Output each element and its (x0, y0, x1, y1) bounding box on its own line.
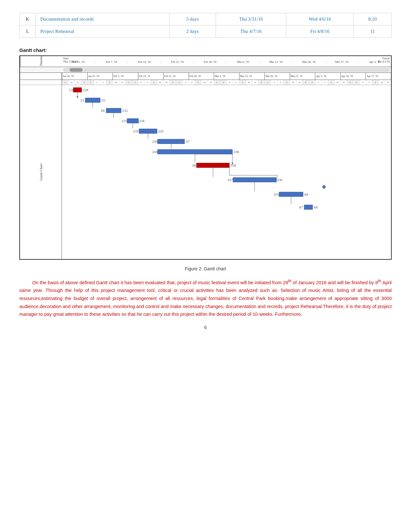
figure-caption: Figure 2: Gantt chart (19, 266, 392, 271)
svg-text:3/31: 3/31 (274, 193, 279, 196)
svg-text:3/30: 3/30 (277, 178, 282, 182)
svg-text:3/17: 3/17 (228, 178, 233, 182)
task-finish-l: Fri 4/8/16 (286, 25, 354, 38)
svg-rect-44 (304, 205, 313, 209)
day-cells: S M W F S T T S M W F S T T S M W F S T (62, 80, 391, 85)
svg-text:2/19: 2/19 (133, 130, 139, 133)
timeline-content: Start Thu 1/28/16 Jan 31, '16 Feb 7, '16… (62, 56, 391, 67)
task-name-k: Documentation and records (36, 13, 170, 25)
svg-text:4/7: 4/7 (299, 206, 303, 209)
page-number: 6 (19, 325, 392, 330)
svg-text:4/8: 4/8 (314, 206, 318, 209)
gantt-title: Gantt chart: (19, 47, 392, 53)
task-duration-l: 2 days (169, 25, 216, 38)
svg-text:2/18: 2/18 (139, 119, 144, 123)
timeline-finish: Finish Fri 4/1/16 (378, 57, 390, 63)
svg-text:2/8: 2/8 (101, 109, 105, 112)
table-row-k: K Documentation and records 5 days Thu 3… (20, 13, 392, 25)
scrollbar-row[interactable] (20, 67, 391, 73)
svg-text:2/5: 2/5 (102, 99, 105, 102)
superscript-th2: th (378, 279, 381, 283)
svg-text:4/6: 4/6 (304, 193, 308, 196)
gantt-svg: 1/28 1/29 2/1 2/5 2/8 2/12 (62, 85, 391, 259)
day-row-spacer (20, 80, 62, 85)
svg-rect-1 (73, 88, 82, 92)
svg-text:2/12: 2/12 (122, 109, 128, 112)
svg-rect-33 (233, 178, 277, 182)
task-start-k: Thu 3/31/16 (216, 13, 286, 25)
gantt-sidebar: Gantt Chart (20, 85, 62, 259)
svg-text:3/16: 3/16 (230, 164, 236, 167)
svg-rect-29 (197, 163, 230, 168)
timeline-start: Start Thu 1/28/16 (63, 57, 77, 63)
task-name-l: Project Rehearsal (36, 25, 170, 38)
gantt-body: Gantt Chart 1/28 1/29 2/1 (20, 85, 391, 259)
svg-text:3/30: 3/30 (234, 150, 239, 154)
timeline-label: Timeline (20, 56, 62, 67)
scrollbar-thumb[interactable] (70, 68, 83, 72)
gantt-chart-label: Gantt Chart (39, 163, 43, 180)
svg-text:2/25: 2/25 (158, 130, 164, 133)
task-pred-k: 8,10 (354, 13, 392, 25)
task-key-l: L (20, 25, 36, 38)
svg-text:3/7: 3/7 (186, 140, 190, 143)
task-table: K Documentation and records 5 days Thu 3… (19, 13, 392, 38)
svg-text:2/26: 2/26 (152, 150, 158, 154)
task-duration-k: 5 days (169, 13, 216, 25)
task-key-k: K (20, 13, 36, 25)
svg-text:1/29: 1/29 (83, 88, 88, 92)
superscript-th1: th (288, 279, 291, 283)
scrollbar-track[interactable] (63, 68, 390, 72)
date-header-cells: Jan 24, '16 Jan 31, '16 Feb 7, '16 Feb 1… (62, 73, 391, 80)
timeline-row: Timeline Start Thu 1/28/16 Jan 31, '16 F… (20, 56, 391, 67)
svg-rect-13 (127, 119, 138, 123)
gantt-outer: Timeline Start Thu 1/28/16 Jan 31, '16 F… (19, 55, 392, 260)
svg-text:2/15: 2/15 (122, 119, 127, 123)
task-finish-k: Wed 4/6/16 (286, 13, 354, 25)
task-pred-l: 11 (354, 25, 392, 38)
date-header-spacer (20, 73, 62, 80)
timeline-dates: Jan 31, '16 Feb 7, '16 Feb 14, '16 Feb 2… (62, 56, 391, 67)
date-header-row: Jan 24, '16 Jan 31, '16 Feb 7, '16 Feb 1… (20, 73, 391, 80)
svg-rect-9 (106, 108, 121, 113)
gantt-chart-area: 1/28 1/29 2/1 2/5 2/8 2/12 (62, 85, 391, 259)
svg-text:2/26: 2/26 (152, 140, 158, 143)
body-text: On the basis of above defined Gantt char… (19, 278, 392, 318)
gantt-section: Gantt chart: Timeline Start Thu 1/28/16 … (19, 47, 392, 260)
svg-rect-17 (139, 129, 157, 133)
svg-rect-25 (158, 150, 232, 154)
svg-text:3/8: 3/8 (192, 164, 196, 167)
svg-rect-40 (279, 192, 303, 197)
day-row: S M W F S T T S M W F S T T S M W F S T (20, 80, 391, 85)
svg-rect-21 (158, 139, 185, 144)
task-start-l: Thu 4/7/16 (216, 25, 286, 38)
svg-rect-5 (85, 98, 100, 102)
table-row-l: L Project Rehearsal 2 days Thu 4/7/16 Fr… (20, 25, 392, 38)
svg-text:2/1: 2/1 (81, 99, 84, 102)
svg-text:1/28: 1/28 (69, 88, 74, 92)
